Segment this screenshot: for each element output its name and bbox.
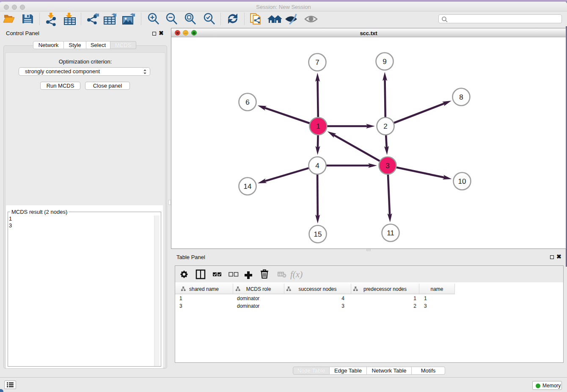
svg-text:9: 9 [383,58,386,66]
svg-text:11: 11 [387,229,394,237]
svg-text:3: 3 [385,162,389,170]
svg-text:2: 2 [383,122,387,130]
svg-text:6: 6 [245,98,249,106]
svg-text:f(x): f(x) [290,269,303,279]
svg-text:8: 8 [459,93,463,101]
svg-text:7: 7 [315,58,319,66]
svg-text:14: 14 [244,182,252,190]
svg-text:4: 4 [315,162,319,170]
svg-text:15: 15 [314,230,322,238]
svg-text:10: 10 [458,177,466,185]
svg-text:1: 1 [316,122,320,130]
